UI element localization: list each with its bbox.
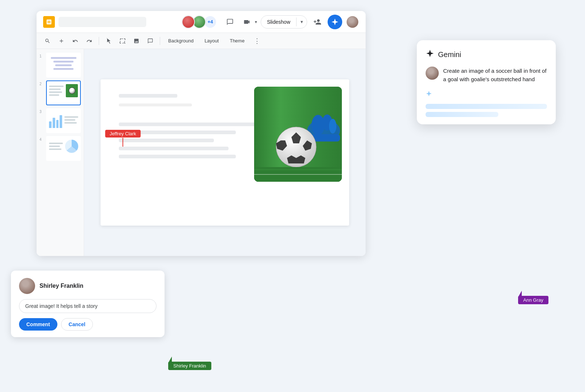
secondary-toolbar: Background Layout Theme ⋮	[37, 33, 366, 49]
comment-username: Shirley Franklin	[39, 283, 83, 289]
profile-avatar[interactable]	[346, 15, 359, 29]
slide-thumb-2[interactable]	[46, 80, 81, 105]
slide-item-2[interactable]: 2	[39, 80, 81, 105]
bar3	[56, 120, 59, 128]
ann-gray-cursor: Ann Gray	[518, 291, 548, 304]
slide-item-3[interactable]: 3	[39, 108, 81, 133]
comment-tool-btn[interactable]	[144, 35, 156, 47]
comment-actions: Comment Cancel	[19, 318, 156, 331]
slide-number-4: 4	[39, 136, 44, 142]
undo-btn[interactable]	[69, 35, 81, 47]
comment-text: Great image! It helps tell a story	[25, 303, 98, 309]
jeffrey-cursor-wrapper: Jeffrey Clark	[122, 138, 123, 147]
editor-main: 1 2	[37, 49, 366, 256]
more-options-btn[interactable]: ⋮	[251, 35, 263, 47]
canvas-line-title	[119, 94, 177, 98]
editor-window: +4 ▾ Slideshow ▾	[37, 11, 366, 256]
canvas-area: Jeffrey Clark	[84, 49, 366, 256]
add-person-btn[interactable]	[311, 15, 324, 29]
jeffrey-cursor-line	[122, 138, 123, 147]
comment-avatar	[19, 278, 35, 294]
gemini-prompt-text: Create an image of a soccer ball in fron…	[443, 67, 547, 84]
slide1-line1	[51, 57, 76, 59]
slide3-text	[64, 116, 78, 124]
toolbar-divider-2	[160, 37, 160, 45]
ann-arrow	[519, 291, 522, 296]
slide4-line1	[49, 143, 63, 144]
slide4-line2	[49, 146, 60, 147]
gemini-message: Create an image of a soccer ball in fron…	[426, 67, 547, 84]
slide2-line3	[49, 91, 62, 93]
canvas-line-1	[119, 122, 258, 126]
redo-btn[interactable]	[83, 35, 95, 47]
toolbar-divider-1	[99, 37, 99, 45]
title-input[interactable]	[58, 17, 146, 27]
svg-rect-2	[48, 22, 50, 23]
ann-gray-label: Ann Gray	[518, 296, 548, 304]
slide-item-4[interactable]: 4	[39, 136, 81, 161]
slide3-line3	[64, 122, 77, 124]
slideshow-dropdown-btn[interactable]: ▾	[297, 19, 307, 24]
gemini-loading-indicator	[426, 90, 547, 99]
slideshow-btn[interactable]: Slideshow ▾	[261, 15, 307, 29]
slide3-chart	[49, 112, 62, 128]
slide2-line1	[49, 86, 64, 87]
shirley-arrow	[169, 357, 172, 362]
video-dropdown-arrow[interactable]: ▾	[255, 19, 257, 24]
zoom-plus-btn[interactable]	[56, 35, 67, 47]
slide2-soccer-preview	[66, 84, 78, 97]
shirley-bottom-cursor: Shirley Franklin	[168, 357, 211, 370]
gemini-title-text: Gemini	[438, 50, 461, 59]
slideshow-main-btn[interactable]: Slideshow	[261, 19, 296, 25]
bar4	[60, 115, 62, 128]
comments-icon-btn[interactable]	[223, 15, 237, 29]
layout-btn[interactable]: Layout	[200, 35, 223, 46]
top-bar: +4 ▾ Slideshow ▾	[37, 11, 366, 33]
slides-panel: 1 2	[37, 49, 84, 256]
soccer-image[interactable]	[254, 87, 342, 182]
slide-thumb-1[interactable]	[46, 53, 81, 78]
svg-rect-0	[46, 19, 51, 24]
jeffrey-clark-label: Jeffrey Clark	[105, 130, 141, 137]
comment-submit-btn[interactable]: Comment	[19, 318, 57, 331]
gemini-progress-bar-2	[426, 112, 498, 117]
slide2-line2	[49, 88, 61, 90]
frame-tool-btn[interactable]	[117, 35, 128, 47]
search-tool-btn[interactable]	[42, 35, 53, 47]
canvas-line-5	[119, 155, 236, 158]
gemini-fab-btn[interactable]	[328, 15, 342, 29]
slide4-line3	[49, 148, 61, 150]
theme-btn[interactable]: Theme	[225, 35, 249, 46]
video-btn-wrapper[interactable]: ▾	[240, 15, 257, 29]
comment-cancel-btn[interactable]: Cancel	[61, 318, 93, 331]
canvas-line-sub	[119, 103, 192, 106]
slide-thumb-3[interactable]	[46, 108, 81, 133]
slide-item-1[interactable]: 1	[39, 53, 81, 78]
cursor-tool-btn[interactable]	[103, 35, 114, 47]
slide1-line2	[53, 61, 73, 63]
bar1	[49, 121, 52, 128]
avatar-user1	[182, 15, 195, 29]
gemini-user-avatar	[426, 67, 439, 80]
slide2-line4	[49, 94, 59, 96]
shirley-bottom-label: Shirley Franklin	[168, 362, 211, 370]
slide-number-3: 3	[39, 108, 44, 114]
collab-avatars: +4	[182, 15, 217, 29]
background-btn[interactable]: Background	[164, 35, 198, 46]
video-btn[interactable]	[240, 15, 253, 29]
slide-thumb-4[interactable]	[46, 136, 81, 161]
image-tool-btn[interactable]	[131, 35, 142, 47]
mini-soccer-ball	[69, 87, 75, 94]
slide4-text	[49, 143, 63, 150]
gemini-panel: Gemini Create an image of a soccer ball …	[417, 40, 556, 124]
comment-input[interactable]: Great image! It helps tell a story	[19, 299, 156, 313]
slide1-line4	[53, 68, 73, 70]
gemini-progress-bar-1	[426, 104, 547, 109]
bar2	[53, 118, 55, 128]
gemini-title-row: Gemini	[426, 49, 547, 60]
slide-canvas[interactable]: Jeffrey Clark	[101, 79, 349, 226]
slide-number-2: 2	[39, 80, 44, 86]
comment-box: Shirley Franklin Great image! It helps t…	[11, 271, 165, 337]
gemini-star-icon	[426, 49, 434, 60]
canvas-line-4	[119, 147, 229, 150]
